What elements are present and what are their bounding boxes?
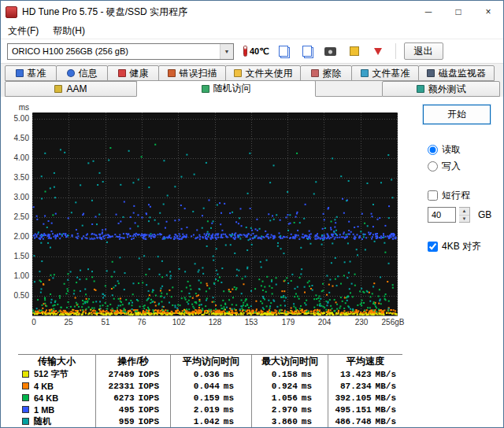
y-tick: 4.50 <box>6 134 29 142</box>
results-table: 传输大小 操作/秒 平均访问时间 最大访问时间 平均速度 512 字节 2748… <box>18 354 402 427</box>
thermometer-icon <box>243 46 247 57</box>
tab-disk-monitor[interactable]: 磁盘监视器 <box>418 65 495 81</box>
menu-help[interactable]: 帮助(H) <box>46 23 92 39</box>
health-icon <box>118 69 126 77</box>
tab-random-access[interactable]: 随机访问 <box>136 80 316 97</box>
short-stroke-checkbox[interactable] <box>428 190 438 201</box>
x-tick: 204 <box>318 318 332 327</box>
x-tick: 76 <box>137 318 146 327</box>
tab-folder-usage[interactable]: 文件夹使用 <box>225 65 301 81</box>
col-avg-speed: 平均速度 <box>328 355 402 368</box>
maximize-button[interactable]: □ <box>443 1 473 23</box>
tab-error-scan[interactable]: 错误扫描 <box>158 65 226 81</box>
temperature-indicator: 40℃ <box>243 46 269 57</box>
drive-select-value: ORICO H100 256GB (256 gB) <box>8 46 220 56</box>
random-access-page: ms 5.00 4.50 4.00 3.50 3.00 2.50 2.00 1.… <box>1 97 503 352</box>
write-radio-row[interactable]: 写入 <box>399 160 502 173</box>
x-tick: 256gB <box>382 318 405 327</box>
series-swatch <box>22 382 29 389</box>
start-button[interactable]: 开始 <box>423 105 491 124</box>
save-icon <box>350 46 359 56</box>
tab-file-benchmark[interactable]: 文件基准 <box>351 65 419 81</box>
x-tick: 0 <box>32 318 36 327</box>
copy-text-button[interactable] <box>274 42 293 60</box>
tabrow-2: AAM 随机访问 额外测试 <box>5 81 499 97</box>
drive-select[interactable]: ORICO H100 256GB (256 gB) ▼ <box>7 43 234 60</box>
tabrow-1: 基准 信息 健康 错误扫描 文件夹使用 擦除 文件基准 磁盘监视器 <box>5 65 499 81</box>
y-tick: 2.50 <box>6 212 29 221</box>
col-ops-per-sec: 操作/秒 <box>95 355 170 368</box>
stepper-up-icon[interactable]: ▲ <box>459 208 469 216</box>
tab-erase[interactable]: 擦除 <box>300 65 352 81</box>
read-radio[interactable] <box>428 145 438 155</box>
write-radio[interactable] <box>428 161 438 172</box>
col-avg-access-time: 平均访问时间 <box>170 355 251 368</box>
series-swatch <box>22 406 29 413</box>
tab-extra-tests[interactable]: 额外测试 <box>382 81 500 97</box>
exit-button[interactable]: 退出 <box>404 42 443 60</box>
y-axis-unit-label: ms <box>6 103 29 112</box>
tabstrip: 基准 信息 健康 错误扫描 文件夹使用 擦除 文件基准 磁盘监视器 AAM 随机… <box>1 64 503 97</box>
x-tick: 25 <box>64 318 72 327</box>
titlebar: HD Tune Pro 5.75 - 硬盘/SSD 实用程序 ─ □ × <box>1 1 503 23</box>
tabrow-spacer <box>315 81 382 97</box>
chevron-down-icon[interactable]: ▼ <box>220 44 233 59</box>
menubar: 文件(F) 帮助(H) <box>1 23 503 39</box>
short-stroke-row[interactable]: 短行程 <box>399 189 502 202</box>
tab-info[interactable]: 信息 <box>56 65 108 81</box>
disk-monitor-icon <box>427 69 435 77</box>
capacity-row: ▲ ▼ GB <box>399 207 502 223</box>
screenshot-button[interactable] <box>321 42 340 60</box>
x-tick: 179 <box>282 318 295 327</box>
folder-icon <box>234 69 242 77</box>
table-row: 512 字节 27489IOPS 0.036ms 0.158ms 13.423M… <box>18 368 402 380</box>
random-access-icon <box>202 85 209 93</box>
close-button[interactable]: × <box>473 1 503 23</box>
download-arrow-icon <box>374 48 382 55</box>
table-row: 4 KB 22331IOPS 0.044ms 0.924ms 87.234MB/… <box>18 380 402 392</box>
mode-radio-group: 读取 写入 <box>399 143 502 173</box>
y-tick: 5.00 <box>6 114 29 123</box>
x-tick: 102 <box>172 318 186 327</box>
update-button[interactable] <box>369 42 387 60</box>
read-radio-row[interactable]: 读取 <box>399 143 502 157</box>
info-icon <box>67 69 75 77</box>
table-row: 随机 959IOPS 1.042ms 3.860ms 486.748MB/s <box>18 415 402 427</box>
save-button[interactable] <box>345 42 364 60</box>
file-benchmark-icon <box>361 69 369 77</box>
y-tick: 3.50 <box>6 173 29 182</box>
toolbar: ORICO H100 256GB (256 gB) ▼ 40℃ 退出 <box>1 39 503 64</box>
col-max-access-time: 最大访问时间 <box>251 355 328 368</box>
y-tick: 4.00 <box>6 153 29 162</box>
temperature-value: 40℃ <box>250 46 269 57</box>
tab-aam[interactable]: AAM <box>5 81 137 97</box>
menu-file[interactable]: 文件(F) <box>1 23 46 39</box>
window-title: HD Tune Pro 5.75 - 硬盘/SSD 实用程序 <box>22 6 413 19</box>
col-transfer-size: 传输大小 <box>18 355 95 368</box>
series-swatch <box>22 394 29 401</box>
tab-benchmark[interactable]: 基准 <box>5 65 57 81</box>
chart-area: ms 5.00 4.50 4.00 3.50 3.00 2.50 2.00 1.… <box>6 100 399 352</box>
y-tick: 1.00 <box>6 271 29 280</box>
camera-icon <box>324 47 336 56</box>
align-4kb-checkbox[interactable] <box>428 242 438 252</box>
capacity-input[interactable] <box>428 207 456 223</box>
y-tick: 1.50 <box>6 252 29 260</box>
capacity-stepper: ▲ ▼ <box>459 207 470 223</box>
erase-icon <box>311 69 319 77</box>
y-tick: 0.50 <box>6 291 29 300</box>
error-scan-icon <box>168 69 176 77</box>
copy-pages-icon <box>279 46 288 57</box>
y-tick: 3.00 <box>6 193 29 201</box>
random-access-chart <box>32 113 398 316</box>
copy-image-button[interactable] <box>298 42 317 60</box>
side-panel: 开始 读取 写入 短行程 ▲ ▼ <box>399 100 502 352</box>
toolbar-separator <box>395 43 396 59</box>
align-4kb-row[interactable]: 4KB 对齐 <box>399 240 502 253</box>
minimize-button[interactable]: ─ <box>413 1 443 23</box>
copy-image-icon <box>302 46 312 57</box>
tab-health[interactable]: 健康 <box>107 65 159 81</box>
x-tick: 230 <box>355 318 369 327</box>
stepper-down-icon[interactable]: ▼ <box>459 216 469 223</box>
table-header-row: 传输大小 操作/秒 平均访问时间 最大访问时间 平均速度 <box>18 355 402 368</box>
